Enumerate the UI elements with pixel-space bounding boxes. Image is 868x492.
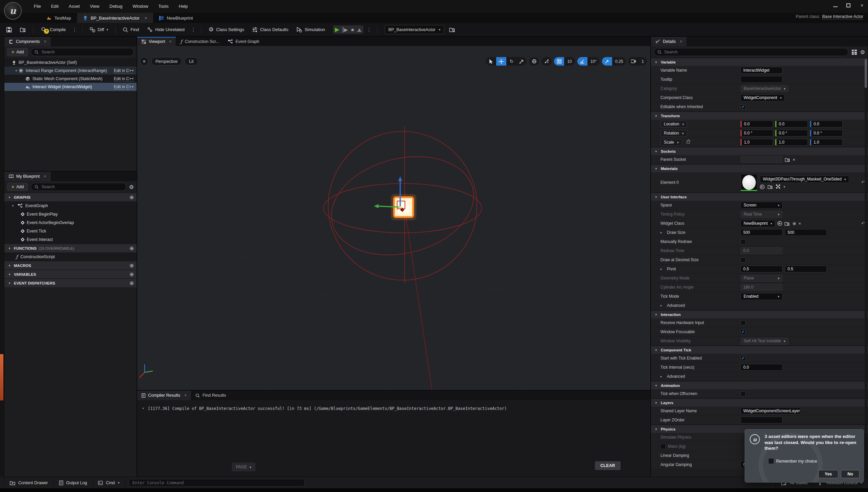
lit-dropdown[interactable]: Lit — [185, 57, 198, 66]
rotation-snap-value[interactable]: 10° — [587, 59, 600, 64]
grid-snap-icon[interactable] — [554, 57, 564, 66]
stop-button[interactable]: ■ — [351, 27, 354, 32]
no-button[interactable]: No — [841, 470, 860, 478]
clear-socket-icon[interactable]: × — [793, 157, 795, 162]
dropdown[interactable]: Real Time▾ — [741, 211, 782, 218]
details-search-input[interactable]: Search — [654, 48, 848, 56]
details-tab[interactable]: Details × — [651, 37, 686, 46]
components-tab[interactable]: Components × — [4, 37, 51, 46]
dropdown[interactable]: Enabled▾ — [741, 293, 782, 300]
section-header-user-interface[interactable]: ▾User Interface — [651, 193, 868, 201]
hide-unrelated-button[interactable]: Hide Unrelated — [144, 25, 188, 34]
pair-input-x[interactable]: 500 — [741, 229, 782, 236]
vector-input-y[interactable]: 0.0 — [775, 121, 808, 127]
menu-edit[interactable]: Edit — [47, 3, 63, 10]
menu-tools[interactable]: Tools — [154, 3, 172, 10]
compile-button[interactable]: ? Compile — [38, 25, 69, 35]
event-row[interactable]: Event Interact — [4, 235, 137, 244]
browse-debug-object-button[interactable] — [446, 25, 458, 34]
play-button[interactable]: ▶ — [335, 26, 339, 33]
use-selected-asset-icon[interactable] — [760, 184, 765, 189]
simulation-button[interactable]: Simulation — [293, 25, 328, 34]
caret-right-icon[interactable]: ▸ — [660, 267, 665, 271]
checkbox[interactable] — [741, 257, 746, 263]
blueprint-settings-gear-icon[interactable]: ⚙ — [129, 184, 134, 190]
transform-gizmo[interactable] — [374, 176, 404, 212]
add-item-icon[interactable]: ⊕ — [129, 194, 134, 200]
edit-in-cpp-link[interactable]: Edit in C++ — [114, 76, 134, 81]
checkbox[interactable] — [741, 239, 746, 244]
details-settings-gear-icon[interactable]: ⚙ — [860, 49, 865, 55]
play-options-icon[interactable]: ⋮ — [365, 27, 373, 32]
event-graph-row[interactable]: ▾EventGraph — [4, 201, 137, 210]
text-input[interactable]: 0.0 — [741, 364, 782, 371]
clear-asset-icon[interactable]: × — [798, 221, 801, 226]
lock-icon[interactable] — [686, 141, 690, 144]
close-icon[interactable]: × — [184, 393, 187, 398]
remember-checkbox[interactable] — [769, 459, 774, 464]
axis-list-dropdown[interactable]: Location▾ — [660, 121, 687, 128]
compiler-results-tab[interactable]: Compiler Results × — [137, 391, 191, 400]
add-item-icon[interactable]: ⊕ — [129, 263, 134, 269]
material-dropdown[interactable]: Widget3DPassThrough_Masked_OneSided▾ — [760, 176, 849, 183]
cmd-dropdown[interactable]: Cmd ▾ — [93, 477, 125, 488]
add-item-icon[interactable]: ⊕ — [129, 245, 134, 251]
axis-list-dropdown[interactable]: Scale▾ — [660, 139, 682, 146]
checkbox[interactable] — [660, 444, 666, 449]
checkbox[interactable] — [741, 391, 746, 396]
section-header-interaction[interactable]: ▾Interaction — [651, 310, 868, 318]
vector-input-z[interactable]: 1.0 — [810, 139, 843, 146]
scale-tool-icon[interactable] — [516, 57, 527, 66]
vector-input-z[interactable]: 0.0 ° — [810, 130, 843, 137]
component-row[interactable]: Interact Widget (InteractWidget)Edit in … — [4, 83, 137, 91]
class-defaults-button[interactable]: Class Defaults — [249, 25, 291, 34]
vector-input-y[interactable]: 0.0 ° — [775, 130, 808, 137]
frame-skip-button[interactable]: ▶ — [343, 27, 348, 32]
tab-viewport[interactable]: Viewport × — [137, 37, 176, 46]
vector-input-y[interactable]: 1.0 — [775, 139, 808, 146]
edit-in-cpp-link[interactable]: Edit in C++ — [114, 84, 134, 90]
camera-speed-icon[interactable] — [628, 57, 638, 66]
section-header-layers[interactable]: ▾Layers — [651, 398, 868, 407]
vector-input-x[interactable]: 1.0 — [741, 139, 773, 146]
tab-testmap[interactable]: TestMap — [41, 13, 77, 23]
pair-input-y[interactable]: 500 — [785, 229, 827, 236]
component-row[interactable]: ▾Interact Range Component (InteractRange… — [4, 67, 137, 75]
compile-options-icon[interactable]: ⋮ — [71, 27, 78, 32]
output-log-button[interactable]: Output Log — [54, 477, 93, 488]
caret-right-icon[interactable]: ▸ — [660, 231, 665, 234]
close-icon[interactable]: × — [169, 39, 171, 44]
category-header-graphs[interactable]: ▾GRAPHS⊕ — [4, 193, 137, 201]
vector-input-x[interactable]: 0.0 — [741, 121, 773, 127]
component-row[interactable]: Static Mesh Component (StaticMesh)Edit i… — [4, 75, 137, 83]
remember-choice-row[interactable]: Remember my choice — [769, 459, 817, 464]
viewport-menu-icon[interactable]: ≡ — [140, 57, 148, 66]
category-header-functions[interactable]: ▾FUNCTIONS(19 OVERRIDABLE)⊕ — [4, 244, 137, 252]
details-scrollbar[interactable] — [865, 59, 867, 478]
hide-unrelated-options-icon[interactable]: ⋮ — [190, 27, 197, 32]
texture-options-icon[interactable] — [776, 184, 780, 189]
eject-button[interactable]: ▲ — [357, 28, 361, 32]
console-command-input[interactable]: Enter Console Command — [129, 479, 305, 487]
browse-to-asset-icon[interactable] — [785, 221, 790, 226]
category-header-event-dispatchers[interactable]: ▾EVENT DISPATCHERS⊕ — [4, 278, 137, 287]
browse-to-asset-icon[interactable] — [768, 184, 773, 189]
rotate-tool-icon[interactable]: ↻ — [506, 57, 516, 66]
use-selected-asset-icon[interactable] — [777, 221, 782, 226]
save-button[interactable] — [3, 25, 15, 34]
tab-construction-script[interactable]: ƒ Construction Scr... — [176, 37, 223, 46]
make-new-asset-icon[interactable]: ⊕ — [792, 221, 796, 226]
perspective-dropdown[interactable]: Perspective — [151, 57, 182, 66]
scale-snap-value[interactable]: 0.25 — [612, 59, 626, 64]
dropdown[interactable]: WidgetComponent▾ — [741, 94, 785, 101]
edit-in-cpp-link[interactable]: Edit in C++ — [114, 68, 134, 73]
section-header-variable[interactable]: ▾Variable — [651, 58, 868, 66]
checkbox[interactable]: ✓ — [741, 104, 746, 109]
content-drawer-button[interactable]: Content Drawer — [4, 477, 54, 488]
dropdown[interactable]: Screen▾ — [741, 202, 782, 209]
dropdown[interactable]: Self Hit Test Invisible▾ — [741, 338, 789, 345]
text-input[interactable]: 180.0 — [741, 284, 782, 291]
viewport-canvas[interactable]: ≡ Perspective Lit ↻ 10 10° — [137, 46, 650, 390]
category-header-variables[interactable]: ▾VARIABLES⊕ — [4, 270, 137, 278]
my-blueprint-search-input[interactable]: Search — [31, 183, 126, 191]
